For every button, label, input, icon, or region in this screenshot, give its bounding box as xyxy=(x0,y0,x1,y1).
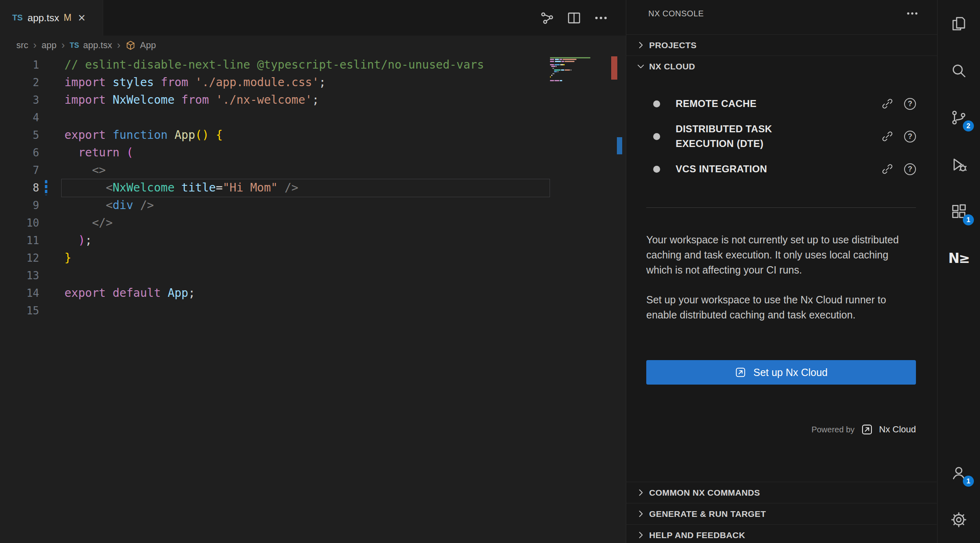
breadcrumb-item-src[interactable]: src xyxy=(16,40,28,51)
minimap-line xyxy=(550,82,611,83)
minimap-line xyxy=(550,80,611,81)
breadcrumb-item-app[interactable]: App xyxy=(125,40,156,51)
nx-cloud-content: REMOTE CACHE?DISTRIBUTED TASK EXECUTION … xyxy=(646,92,916,436)
gutter xyxy=(39,73,64,91)
split-editor-icon[interactable] xyxy=(566,10,582,26)
code-line-14[interactable]: 14export default App; xyxy=(0,284,626,302)
feature-label: DISTRIBUTED TASK EXECUTION (DTE) xyxy=(676,122,823,151)
breadcrumb-separator: › xyxy=(33,39,36,51)
section-label: HELP AND FEEDBACK xyxy=(649,530,745,540)
feature-remote-cache[interactable]: REMOTE CACHE? xyxy=(646,92,916,115)
activity-item-accounts[interactable]: 1 xyxy=(938,449,980,496)
feature-distributed-task-execution-dte[interactable]: DISTRIBUTED TASK EXECUTION (DTE)? xyxy=(646,122,916,151)
activity-item-search[interactable] xyxy=(938,47,980,94)
code-text: <NxWelcome title="Hi Mom" /> xyxy=(64,181,298,194)
connect-link-icon[interactable] xyxy=(881,130,894,142)
code-text: import styles from './app.module.css'; xyxy=(64,76,326,89)
minimap[interactable] xyxy=(550,57,611,83)
more-actions-icon[interactable] xyxy=(593,10,609,26)
code-text: export function App() { xyxy=(64,128,223,142)
code-text: return ( xyxy=(64,146,133,159)
tab-app-tsx[interactable]: TS app.tsx M × xyxy=(0,0,103,36)
section-help-and-feedback[interactable]: HELP AND FEEDBACK xyxy=(626,524,937,543)
code-line-13[interactable]: 13 xyxy=(0,267,626,284)
nx-cloud-logo-icon xyxy=(734,366,747,378)
minimap-line xyxy=(550,71,611,72)
line-number: 6 xyxy=(0,147,39,159)
tab-title: app.tsx xyxy=(28,12,59,24)
breadcrumb-item-app[interactable]: app xyxy=(42,40,57,51)
line-number: 14 xyxy=(0,287,39,299)
close-tab-icon[interactable]: × xyxy=(78,11,85,24)
gutter xyxy=(39,284,64,302)
status-dot-icon xyxy=(653,133,660,140)
gutter xyxy=(39,231,64,249)
activity-item-nx-console[interactable]: N≥ xyxy=(938,235,980,282)
help-question-icon[interactable]: ? xyxy=(904,98,916,110)
section-common-nx-commands[interactable]: COMMON NX COMMANDS xyxy=(626,482,937,503)
connect-link-icon[interactable] xyxy=(881,163,894,175)
nx-cloud-logo-icon[interactable] xyxy=(860,423,874,436)
nx-cloud-brand[interactable]: Nx Cloud xyxy=(879,424,916,435)
section-generate-run-target[interactable]: GENERATE & RUN TARGET xyxy=(626,503,937,524)
code-line-5[interactable]: 5export function App() { xyxy=(0,126,626,144)
minimap-line xyxy=(550,66,611,67)
run-and-debug-icon xyxy=(950,156,967,173)
activity-item-source-control[interactable]: 2 xyxy=(938,94,980,141)
gutter xyxy=(39,249,64,267)
source-control-graph-icon[interactable] xyxy=(539,10,555,26)
breadcrumb-label: src xyxy=(16,40,28,51)
code-text: } xyxy=(64,251,71,265)
code-line-11[interactable]: 11 ); xyxy=(0,231,626,249)
code-line-9[interactable]: 9 <div /> xyxy=(0,196,626,214)
activity-item-extensions[interactable]: 1 xyxy=(938,188,980,235)
section-projects[interactable]: PROJECTS xyxy=(626,34,937,56)
line-number: 2 xyxy=(0,76,39,89)
help-question-icon[interactable]: ? xyxy=(904,163,916,175)
breadcrumb-separator: › xyxy=(61,39,64,51)
editor-region: TS app.tsx M × src›app›TSapp.tsx›App 1//… xyxy=(0,0,626,543)
overview-ruler-warning-marker xyxy=(611,56,617,80)
feature-actions: ? xyxy=(881,130,916,142)
code-line-8[interactable]: 8 <NxWelcome title="Hi Mom" /> xyxy=(0,179,626,196)
code-text: export default App; xyxy=(64,286,195,300)
activity-item-settings[interactable] xyxy=(938,496,980,543)
code-line-6[interactable]: 6 return ( xyxy=(0,144,626,161)
code-line-15[interactable]: 15 xyxy=(0,302,626,319)
code-text: import NxWelcome from './nx-welcome'; xyxy=(64,93,319,107)
activity-item-explorer[interactable] xyxy=(938,0,980,47)
chevron-right-icon xyxy=(635,530,646,541)
section-nx-cloud[interactable]: NX CLOUD xyxy=(626,56,937,77)
code-line-7[interactable]: 7 <> xyxy=(0,161,626,179)
feature-vcs-integration[interactable]: VCS INTEGRATION? xyxy=(646,158,916,180)
panel-more-actions-icon[interactable] xyxy=(905,7,919,20)
setup-nx-cloud-button[interactable]: Set up Nx Cloud xyxy=(646,360,916,385)
breadcrumb-item-app-tsx[interactable]: TSapp.tsx xyxy=(70,40,112,51)
code-line-3[interactable]: 3import NxWelcome from './nx-welcome'; xyxy=(0,91,626,109)
chevron-right-icon xyxy=(635,487,646,498)
divider xyxy=(646,207,916,208)
code-area[interactable]: 1// eslint-disable-next-line @typescript… xyxy=(0,55,626,543)
code-line-1[interactable]: 1// eslint-disable-next-line @typescript… xyxy=(0,56,626,73)
gutter xyxy=(39,126,64,144)
gutter xyxy=(39,144,64,161)
code-text: ); xyxy=(64,234,92,247)
line-number: 5 xyxy=(0,129,39,141)
line-number: 13 xyxy=(0,269,39,282)
activity-item-run-and-debug[interactable] xyxy=(938,141,980,188)
code-lines: 1// eslint-disable-next-line @typescript… xyxy=(0,55,626,319)
editor-actions xyxy=(539,0,609,36)
code-line-12[interactable]: 12} xyxy=(0,249,626,267)
gutter xyxy=(39,56,64,73)
vscode-window: TS app.tsx M × src›app›TSapp.tsx›App 1//… xyxy=(0,0,980,543)
help-question-icon[interactable]: ? xyxy=(904,131,916,142)
code-line-2[interactable]: 2import styles from './app.module.css'; xyxy=(0,73,626,91)
code-line-10[interactable]: 10 </> xyxy=(0,214,626,231)
minimap-line xyxy=(550,69,611,71)
code-line-4[interactable]: 4 xyxy=(0,109,626,126)
line-number: 9 xyxy=(0,199,39,211)
breadcrumb-separator: › xyxy=(117,39,120,51)
connect-link-icon[interactable] xyxy=(881,98,894,110)
bottom-sections: COMMON NX COMMANDSGENERATE & RUN TARGETH… xyxy=(626,482,937,543)
breadcrumb-label: app.tsx xyxy=(83,40,112,51)
